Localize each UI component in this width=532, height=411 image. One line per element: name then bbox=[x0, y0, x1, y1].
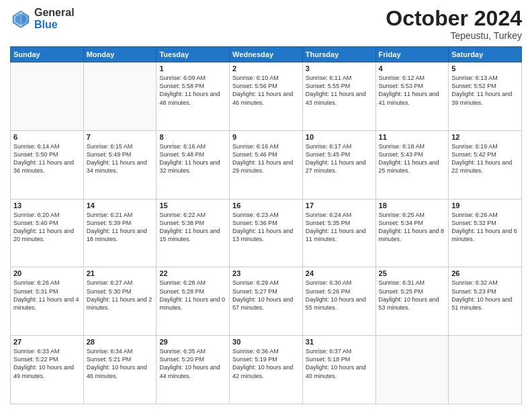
day-number: 3 bbox=[306, 64, 373, 73]
calendar-week-row: 1Sunrise: 6:09 AMSunset: 5:58 PMDaylight… bbox=[11, 62, 522, 131]
calendar-table: Sunday Monday Tuesday Wednesday Thursday… bbox=[10, 46, 522, 404]
day-info: Sunrise: 6:19 AMSunset: 5:42 PMDaylight:… bbox=[451, 142, 519, 175]
table-row: 2Sunrise: 6:10 AMSunset: 5:56 PMDaylight… bbox=[230, 62, 303, 131]
day-number: 20 bbox=[13, 269, 81, 277]
logo-icon bbox=[10, 8, 32, 30]
day-number: 7 bbox=[87, 133, 154, 141]
day-number: 30 bbox=[232, 338, 300, 346]
table-row: 16Sunrise: 6:23 AMSunset: 5:36 PMDayligh… bbox=[230, 199, 303, 267]
day-number: 29 bbox=[159, 338, 226, 346]
day-number: 5 bbox=[451, 64, 519, 73]
table-row: 13Sunrise: 6:20 AMSunset: 5:40 PMDayligh… bbox=[11, 199, 84, 267]
day-info: Sunrise: 6:36 AMSunset: 5:19 PMDaylight:… bbox=[232, 347, 300, 380]
page: General Blue October 2024 Tepeustu, Turk… bbox=[0, 0, 532, 411]
table-row: 30Sunrise: 6:36 AMSunset: 5:19 PMDayligh… bbox=[230, 336, 303, 404]
day-info: Sunrise: 6:27 AMSunset: 5:30 PMDaylight:… bbox=[87, 279, 154, 312]
day-info: Sunrise: 6:24 AMSunset: 5:35 PMDaylight:… bbox=[306, 211, 373, 244]
calendar-week-row: 27Sunrise: 6:33 AMSunset: 5:22 PMDayligh… bbox=[11, 336, 522, 404]
day-number: 12 bbox=[451, 133, 519, 141]
table-row: 31Sunrise: 6:37 AMSunset: 5:18 PMDayligh… bbox=[302, 336, 375, 404]
calendar-week-row: 20Sunrise: 6:26 AMSunset: 5:31 PMDayligh… bbox=[11, 267, 522, 336]
logo-general-text: General bbox=[34, 7, 75, 19]
day-number: 28 bbox=[87, 338, 154, 346]
table-row: 20Sunrise: 6:26 AMSunset: 5:31 PMDayligh… bbox=[11, 267, 84, 336]
day-number: 10 bbox=[306, 133, 373, 141]
col-monday: Monday bbox=[83, 47, 157, 62]
day-number: 1 bbox=[159, 64, 226, 73]
day-info: Sunrise: 6:13 AMSunset: 5:52 PMDaylight:… bbox=[451, 74, 519, 107]
day-info: Sunrise: 6:26 AMSunset: 5:31 PMDaylight:… bbox=[13, 279, 81, 312]
day-info: Sunrise: 6:29 AMSunset: 5:27 PMDaylight:… bbox=[232, 279, 300, 312]
col-tuesday: Tuesday bbox=[157, 47, 230, 62]
table-row: 24Sunrise: 6:30 AMSunset: 5:26 PMDayligh… bbox=[302, 267, 375, 336]
day-number: 15 bbox=[159, 201, 226, 210]
table-row: 3Sunrise: 6:11 AMSunset: 5:55 PMDaylight… bbox=[302, 62, 375, 131]
day-number: 16 bbox=[232, 201, 300, 210]
table-row: 10Sunrise: 6:17 AMSunset: 5:45 PMDayligh… bbox=[302, 130, 375, 199]
day-number: 2 bbox=[232, 64, 300, 73]
day-info: Sunrise: 6:20 AMSunset: 5:40 PMDaylight:… bbox=[13, 211, 81, 244]
table-row: 4Sunrise: 6:12 AMSunset: 5:53 PMDaylight… bbox=[375, 62, 449, 131]
table-row: 21Sunrise: 6:27 AMSunset: 5:30 PMDayligh… bbox=[83, 267, 157, 336]
day-info: Sunrise: 6:11 AMSunset: 5:55 PMDaylight:… bbox=[306, 74, 373, 107]
col-thursday: Thursday bbox=[302, 47, 375, 62]
month-title: October 2024 bbox=[386, 7, 522, 30]
day-number: 4 bbox=[379, 64, 446, 73]
day-number: 14 bbox=[87, 201, 154, 210]
calendar-header-row: Sunday Monday Tuesday Wednesday Thursday… bbox=[11, 47, 522, 62]
table-row: 28Sunrise: 6:34 AMSunset: 5:21 PMDayligh… bbox=[83, 336, 157, 404]
day-number: 19 bbox=[451, 201, 519, 210]
table-row: 1Sunrise: 6:09 AMSunset: 5:58 PMDaylight… bbox=[157, 62, 230, 131]
day-info: Sunrise: 6:34 AMSunset: 5:21 PMDaylight:… bbox=[87, 347, 154, 380]
col-saturday: Saturday bbox=[449, 47, 522, 62]
logo-blue-text: Blue bbox=[34, 19, 75, 31]
day-number: 13 bbox=[13, 201, 81, 210]
day-number: 22 bbox=[159, 269, 226, 277]
day-info: Sunrise: 6:25 AMSunset: 5:34 PMDaylight:… bbox=[379, 211, 446, 244]
day-info: Sunrise: 6:35 AMSunset: 5:20 PMDaylight:… bbox=[159, 347, 226, 380]
col-wednesday: Wednesday bbox=[230, 47, 303, 62]
day-number: 8 bbox=[159, 133, 226, 141]
day-info: Sunrise: 6:26 AMSunset: 5:32 PMDaylight:… bbox=[451, 211, 519, 244]
table-row: 18Sunrise: 6:25 AMSunset: 5:34 PMDayligh… bbox=[375, 199, 449, 267]
table-row: 17Sunrise: 6:24 AMSunset: 5:35 PMDayligh… bbox=[302, 199, 375, 267]
table-row bbox=[449, 336, 522, 404]
table-row: 22Sunrise: 6:28 AMSunset: 5:28 PMDayligh… bbox=[157, 267, 230, 336]
calendar-week-row: 13Sunrise: 6:20 AMSunset: 5:40 PMDayligh… bbox=[11, 199, 522, 267]
table-row: 25Sunrise: 6:31 AMSunset: 5:25 PMDayligh… bbox=[375, 267, 449, 336]
day-info: Sunrise: 6:33 AMSunset: 5:22 PMDaylight:… bbox=[13, 347, 81, 380]
day-number: 11 bbox=[379, 133, 446, 141]
table-row bbox=[11, 62, 84, 131]
logo: General Blue bbox=[10, 7, 75, 30]
day-info: Sunrise: 6:09 AMSunset: 5:58 PMDaylight:… bbox=[159, 74, 226, 107]
table-row: 12Sunrise: 6:19 AMSunset: 5:42 PMDayligh… bbox=[449, 130, 522, 199]
day-info: Sunrise: 6:23 AMSunset: 5:36 PMDaylight:… bbox=[232, 211, 300, 244]
day-number: 21 bbox=[87, 269, 154, 277]
day-info: Sunrise: 6:18 AMSunset: 5:43 PMDaylight:… bbox=[379, 142, 446, 175]
day-number: 6 bbox=[13, 133, 81, 141]
table-row: 14Sunrise: 6:21 AMSunset: 5:39 PMDayligh… bbox=[83, 199, 157, 267]
table-row: 8Sunrise: 6:16 AMSunset: 5:48 PMDaylight… bbox=[157, 130, 230, 199]
day-info: Sunrise: 6:14 AMSunset: 5:50 PMDaylight:… bbox=[13, 142, 81, 175]
table-row: 26Sunrise: 6:32 AMSunset: 5:23 PMDayligh… bbox=[449, 267, 522, 336]
header: General Blue October 2024 Tepeustu, Turk… bbox=[10, 7, 522, 41]
table-row bbox=[83, 62, 157, 131]
table-row: 27Sunrise: 6:33 AMSunset: 5:22 PMDayligh… bbox=[11, 336, 84, 404]
day-info: Sunrise: 6:31 AMSunset: 5:25 PMDaylight:… bbox=[379, 279, 446, 312]
day-info: Sunrise: 6:16 AMSunset: 5:48 PMDaylight:… bbox=[159, 142, 226, 175]
day-info: Sunrise: 6:22 AMSunset: 5:38 PMDaylight:… bbox=[159, 211, 226, 244]
table-row: 5Sunrise: 6:13 AMSunset: 5:52 PMDaylight… bbox=[449, 62, 522, 131]
table-row: 23Sunrise: 6:29 AMSunset: 5:27 PMDayligh… bbox=[230, 267, 303, 336]
logo-text: General Blue bbox=[34, 7, 75, 30]
table-row: 11Sunrise: 6:18 AMSunset: 5:43 PMDayligh… bbox=[375, 130, 449, 199]
day-number: 9 bbox=[232, 133, 300, 141]
day-number: 27 bbox=[13, 338, 81, 346]
table-row bbox=[375, 336, 449, 404]
day-info: Sunrise: 6:17 AMSunset: 5:45 PMDaylight:… bbox=[306, 142, 373, 175]
col-sunday: Sunday bbox=[11, 47, 84, 62]
day-number: 23 bbox=[232, 269, 300, 277]
day-info: Sunrise: 6:37 AMSunset: 5:18 PMDaylight:… bbox=[306, 347, 373, 380]
location-subtitle: Tepeustu, Turkey bbox=[386, 30, 522, 41]
col-friday: Friday bbox=[375, 47, 449, 62]
day-info: Sunrise: 6:10 AMSunset: 5:56 PMDaylight:… bbox=[232, 74, 300, 107]
